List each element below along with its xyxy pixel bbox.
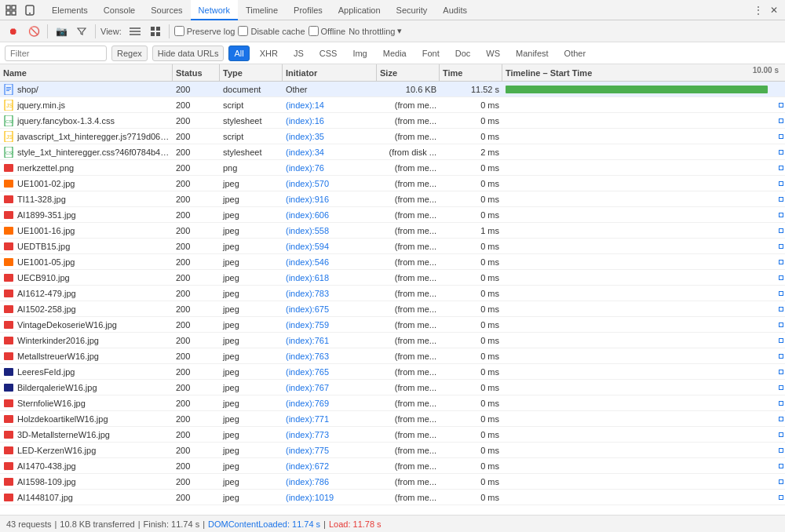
initiator-link[interactable]: (index):34 — [286, 148, 324, 157]
filter-doc-button[interactable]: Doc — [450, 46, 476, 61]
table-row[interactable]: AI1448107.jpg 200 jpeg (index):1019 (fro… — [0, 490, 785, 505]
initiator-link[interactable]: (index):767 — [286, 383, 329, 392]
initiator-link[interactable]: (index):570 — [286, 179, 329, 188]
filter-js-button[interactable]: JS — [288, 46, 309, 61]
table-row[interactable]: AI1502-258.jpg 200 jpeg (index):675 (fro… — [0, 301, 785, 317]
initiator-link[interactable]: (index):916 — [286, 195, 329, 204]
table-row[interactable]: 3D-MetallsterneW16.jpg 200 jpeg (index):… — [0, 427, 785, 443]
table-row[interactable]: AI1470-438.jpg 200 jpeg (index):672 (fro… — [0, 458, 785, 474]
initiator-link[interactable]: (index):594 — [286, 242, 329, 251]
col-header-initiator[interactable]: Initiator — [283, 64, 377, 82]
initiator-link[interactable]: (index):1019 — [286, 493, 334, 502]
more-tools-icon[interactable]: ⋮ — [750, 2, 766, 18]
initiator-link[interactable]: (index):558 — [286, 226, 329, 235]
initiator-link[interactable]: (index):618 — [286, 273, 329, 282]
filter-font-button[interactable]: Font — [417, 46, 445, 61]
table-row[interactable]: BilderqalerieW16.jpg 200 jpeg (index):76… — [0, 380, 785, 395]
table-row[interactable]: JSjavascript_1xt_hinteregger.js?719d061d… — [0, 129, 785, 144]
table-row[interactable]: UEDTB15.jpg 200 jpeg (index):594 (from m… — [0, 239, 785, 254]
tab-security[interactable]: Security — [389, 0, 436, 20]
col-header-name[interactable]: Name — [0, 64, 173, 82]
clear-button[interactable]: 🚫 — [25, 23, 42, 40]
col-header-size[interactable]: Size — [377, 64, 440, 82]
view-grid-icon[interactable] — [147, 23, 164, 40]
filter-other-button[interactable]: Other — [559, 46, 592, 61]
offline-checkbox[interactable]: Offline — [309, 26, 346, 36]
table-row[interactable]: LED-KerzenW16.jpg 200 jpeg (index):775 (… — [0, 443, 785, 458]
initiator-link[interactable]: (index):763 — [286, 352, 329, 361]
tab-sources[interactable]: Sources — [143, 0, 190, 20]
col-header-time[interactable]: Time — [440, 64, 502, 82]
initiator-link[interactable]: (index):786 — [286, 477, 329, 486]
tab-application[interactable]: Application — [330, 0, 389, 20]
inspect-icon[interactable] — [3, 2, 19, 18]
filter-ws-button[interactable]: WS — [480, 46, 506, 61]
table-row[interactable]: AI1598-109.jpg 200 jpeg (index):786 (fro… — [0, 474, 785, 490]
table-row[interactable]: TI11-328.jpg 200 jpeg (index):916 (from … — [0, 191, 785, 207]
initiator-link[interactable]: (index):546 — [286, 257, 329, 267]
table-row[interactable]: CSSjquery.fancybox-1.3.4.css 200 stylesh… — [0, 113, 785, 129]
initiator-link[interactable]: (index):675 — [286, 304, 329, 314]
filter-xhr-button[interactable]: XHR — [254, 46, 283, 61]
table-row[interactable]: Winterkinder2016.jpg 200 jpeg (index):76… — [0, 333, 785, 348]
table-row[interactable]: LeeresFeId.jpg 200 jpeg (index):765 (fro… — [0, 364, 785, 380]
camera-button[interactable]: 📷 — [53, 23, 70, 40]
table-row[interactable]: merkzettel.png 200 png (index):76 (from … — [0, 160, 785, 176]
initiator-link[interactable]: (index):773 — [286, 430, 329, 439]
throttle-select[interactable]: No throttling ▾ — [349, 26, 402, 36]
table-row[interactable]: JSjquery.min.js 200 script (index):14 (f… — [0, 97, 785, 113]
col-header-type[interactable]: Type — [220, 64, 283, 82]
initiator-link[interactable]: (index):35 — [286, 132, 324, 141]
initiator-link[interactable]: (index):606 — [286, 210, 329, 220]
record-button[interactable]: ⏺ — [5, 23, 22, 40]
table-row[interactable]: SternfolieW16.jpg 200 jpeg (index):769 (… — [0, 395, 785, 411]
table-row[interactable]: AI1612-479.jpg 200 jpeg (index):783 (fro… — [0, 286, 785, 301]
table-row[interactable]: TZ10-168.jpg 200 jpeg (index):789 (from … — [0, 505, 785, 508]
table-row[interactable]: UE1001-05.jpg 200 jpeg (index):546 (from… — [0, 254, 785, 270]
filter-media-button[interactable]: Media — [378, 46, 412, 61]
initiator-link[interactable]: (index):765 — [286, 367, 329, 377]
filter-button[interactable] — [73, 23, 90, 40]
regex-button[interactable]: Regex — [111, 46, 148, 61]
preserve-log-checkbox[interactable]: Preserve log — [174, 26, 236, 36]
initiator-link[interactable]: (index):783 — [286, 289, 329, 298]
filter-manifest-button[interactable]: Manifest — [510, 46, 554, 61]
initiator-link[interactable]: (index):789 — [286, 508, 329, 509]
table-row[interactable]: CSSstyle_1xt_hinteregger.css?46f0784b4c4… — [0, 144, 785, 160]
initiator-link[interactable]: (index):672 — [286, 461, 329, 471]
table-row[interactable]: UECB910.jpg 200 jpeg (index):618 (from m… — [0, 270, 785, 286]
close-devtools-icon[interactable]: ✕ — [766, 2, 782, 18]
initiator-link[interactable]: (index):775 — [286, 446, 329, 455]
table-row[interactable]: UE1001-02.jpg 200 jpeg (index):570 (from… — [0, 176, 785, 191]
initiator-link[interactable]: (index):16 — [286, 116, 324, 126]
table-row[interactable]: VintageDekoserieW16.jpg 200 jpeg (index)… — [0, 317, 785, 333]
initiator-link[interactable]: (index):759 — [286, 320, 329, 330]
cell-status: 200 — [173, 383, 220, 392]
filter-css-button[interactable]: CSS — [314, 46, 343, 61]
initiator-link[interactable]: (index):769 — [286, 399, 329, 408]
filter-img-button[interactable]: Img — [347, 46, 372, 61]
initiator-link[interactable]: (index):771 — [286, 414, 329, 424]
view-list-icon[interactable] — [126, 23, 144, 40]
disable-cache-checkbox[interactable]: Disable cache — [238, 26, 305, 36]
table-row[interactable]: shop/ 200 document Other 10.6 KB 11.52 s — [0, 82, 785, 97]
filter-input[interactable] — [5, 46, 107, 61]
table-row[interactable]: MetallstreuerW16.jpg 200 jpeg (index):76… — [0, 348, 785, 364]
tab-elements[interactable]: Elements — [44, 0, 96, 20]
initiator-link[interactable]: (index):761 — [286, 336, 329, 345]
tab-network[interactable]: Network — [191, 0, 238, 20]
tab-timeline[interactable]: Timeline — [238, 0, 286, 20]
col-header-timeline[interactable]: Timeline – Start Time 10.00 s — [502, 64, 785, 82]
initiator-link[interactable]: (index):76 — [286, 163, 324, 173]
tab-console[interactable]: Console — [96, 0, 143, 20]
tab-audits[interactable]: Audits — [435, 0, 475, 20]
mobile-icon[interactable] — [22, 2, 38, 18]
initiator-link[interactable]: (index):14 — [286, 100, 324, 110]
table-row[interactable]: AI1899-351.jpg 200 jpeg (index):606 (fro… — [0, 207, 785, 223]
table-row[interactable]: UE1001-16.jpg 200 jpeg (index):558 (from… — [0, 223, 785, 239]
table-row[interactable]: HolzdekoartikelW16.jpg 200 jpeg (index):… — [0, 411, 785, 427]
tab-profiles[interactable]: Profiles — [286, 0, 330, 20]
col-header-status[interactable]: Status — [173, 64, 220, 82]
hide-data-urls-button[interactable]: Hide data URLs — [152, 46, 225, 61]
filter-all-button[interactable]: All — [228, 46, 249, 61]
